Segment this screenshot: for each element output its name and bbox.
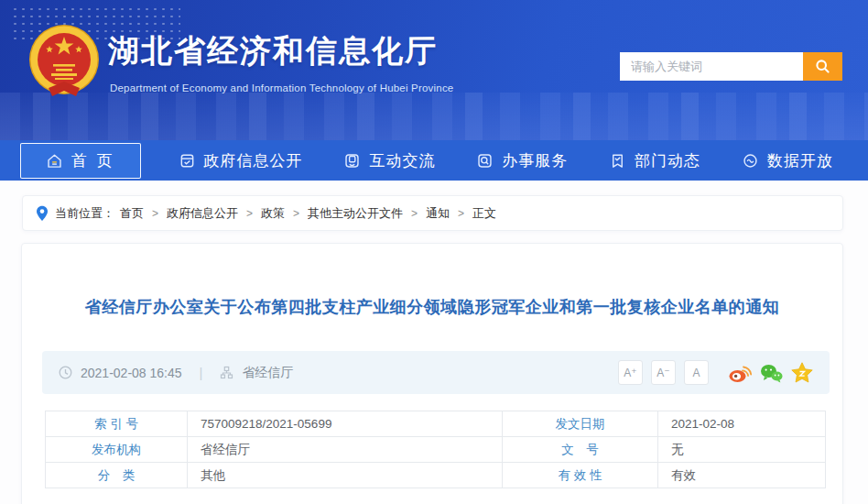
nav-item-gov-info[interactable]: 政府信息公开 bbox=[175, 144, 307, 178]
breadcrumb-link-home[interactable]: 首页 bbox=[120, 205, 144, 222]
article-meta-right: A⁺ A⁻ A bbox=[618, 360, 813, 385]
page: 湖北省经济和信息化厅 Department of Economy and Inf… bbox=[0, 0, 868, 504]
share-qzone-button[interactable] bbox=[791, 362, 813, 383]
nav-label: 互动交流 bbox=[369, 150, 435, 171]
field-value-issuing-org: 省经信厅 bbox=[188, 437, 503, 463]
share-wechat-button[interactable] bbox=[760, 363, 783, 383]
meta-divider: | bbox=[200, 365, 203, 380]
organization-icon bbox=[220, 366, 233, 379]
nav-item-open-data[interactable]: 数据开放 bbox=[738, 144, 837, 178]
location-pin-icon bbox=[36, 205, 49, 222]
table-row: 发布机构 省经信厅 文 号 无 bbox=[46, 437, 826, 463]
table-row: 索 引 号 757009218/2021-05699 发文日期 2021-02-… bbox=[46, 411, 826, 437]
city-skyline-decoration bbox=[0, 93, 868, 140]
search-input[interactable] bbox=[620, 52, 803, 81]
field-label-issue-date: 发文日期 bbox=[503, 411, 658, 437]
bookmark-check-icon bbox=[609, 152, 626, 170]
breadcrumb-separator: > bbox=[152, 207, 158, 220]
field-value-index-number: 757009218/2021-05699 bbox=[188, 411, 503, 437]
national-emblem bbox=[27, 24, 101, 97]
article-meta-left: 2021-02-08 16:45 | 省经信厅 bbox=[59, 365, 293, 381]
field-value-category: 其他 bbox=[188, 463, 503, 488]
breadcrumb-link-notices[interactable]: 通知 bbox=[426, 205, 450, 222]
search-button[interactable] bbox=[803, 52, 842, 81]
site-subtitle-english: Department of Economy and Information Te… bbox=[110, 82, 453, 93]
clock-icon bbox=[59, 366, 72, 379]
nav-label: 数据开放 bbox=[767, 150, 833, 171]
field-label-validity: 有 效 性 bbox=[503, 463, 658, 488]
magnifier-box-icon bbox=[476, 152, 494, 170]
nav-label: 首 页 bbox=[71, 150, 115, 171]
field-value-issue-date: 2021-02-08 bbox=[658, 411, 826, 437]
nav-item-services[interactable]: 办事服务 bbox=[472, 144, 571, 178]
font-size-reset-button[interactable]: A bbox=[684, 360, 709, 385]
data-wave-circle-icon bbox=[742, 152, 759, 170]
font-size-increase-button[interactable]: A⁺ bbox=[618, 360, 643, 385]
nav-item-home[interactable]: 首 页 bbox=[20, 143, 141, 179]
qzone-star-icon bbox=[791, 362, 813, 383]
breadcrumb-separator: > bbox=[246, 207, 253, 220]
nav-label: 办事服务 bbox=[502, 150, 568, 171]
nav-item-department-news[interactable]: 部门动态 bbox=[605, 144, 704, 178]
field-value-validity: 有效 bbox=[658, 463, 826, 488]
article-panel: 省经信厅办公室关于公布第四批支柱产业细分领域隐形冠军企业和第一批复核企业名单的通… bbox=[21, 243, 843, 504]
search-icon bbox=[815, 59, 830, 74]
breadcrumb-link-policy[interactable]: 政策 bbox=[261, 205, 285, 222]
document-info-table: 索 引 号 757009218/2021-05699 发文日期 2021-02-… bbox=[45, 411, 826, 488]
nav-label: 部门动态 bbox=[635, 150, 700, 171]
table-row: 分 类 其他 有 效 性 有效 bbox=[46, 463, 826, 488]
breadcrumb-link-other-docs[interactable]: 其他主动公开文件 bbox=[308, 205, 403, 222]
breadcrumb-link-gov-info[interactable]: 政府信息公开 bbox=[167, 205, 238, 222]
site-title: 湖北省经济和信息化厅 bbox=[108, 30, 438, 72]
document-check-icon bbox=[179, 152, 196, 170]
article-meta-bar: 2021-02-08 16:45 | 省经信厅 A⁺ A⁻ A bbox=[42, 351, 830, 394]
source-org: 省经信厅 bbox=[242, 365, 293, 381]
publish-datetime: 2021-02-08 16:45 bbox=[81, 366, 182, 380]
nav-label: 政府信息公开 bbox=[204, 150, 303, 171]
breadcrumb-separator: > bbox=[458, 207, 464, 220]
site-search bbox=[620, 52, 842, 81]
wechat-icon bbox=[760, 363, 783, 383]
field-label-issuing-org: 发布机构 bbox=[46, 437, 188, 463]
breadcrumb: 当前位置： 首页 > 政府信息公开 > 政策 > 其他主动公开文件 > 通知 >… bbox=[22, 195, 843, 231]
field-label-category: 分 类 bbox=[46, 463, 188, 488]
home-icon bbox=[46, 152, 63, 170]
field-value-doc-number: 无 bbox=[658, 437, 826, 463]
field-label-doc-number: 文 号 bbox=[503, 437, 658, 463]
overlapping-squares-icon bbox=[343, 152, 361, 170]
article-title: 省经信厅办公室关于公布第四批支柱产业细分领域隐形冠军企业和第一批复核企业名单的通… bbox=[59, 296, 806, 318]
breadcrumb-separator: > bbox=[293, 207, 299, 220]
breadcrumb-current: 正文 bbox=[472, 205, 496, 222]
main-nav: 首 页 政府信息公开 互动交流 办事服务 bbox=[0, 140, 868, 181]
share-weibo-button[interactable] bbox=[728, 363, 752, 383]
nav-item-interaction[interactable]: 互动交流 bbox=[340, 144, 439, 178]
weibo-icon bbox=[728, 363, 752, 383]
site-header: 湖北省经济和信息化厅 Department of Economy and Inf… bbox=[0, 0, 868, 140]
breadcrumb-separator: > bbox=[411, 207, 418, 220]
field-label-index-number: 索 引 号 bbox=[46, 411, 188, 437]
breadcrumb-prefix: 当前位置： bbox=[55, 205, 114, 222]
font-size-decrease-button[interactable]: A⁻ bbox=[651, 360, 676, 385]
